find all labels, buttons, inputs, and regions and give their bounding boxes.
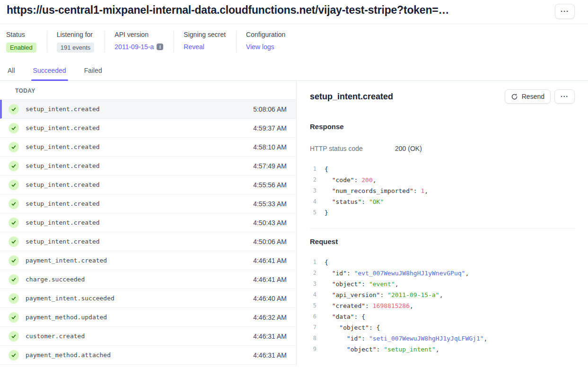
line-number: 1 <box>310 164 316 175</box>
line-number: 7 <box>310 322 316 333</box>
meta-label: Listening for <box>57 31 95 38</box>
tab-failed[interactable]: Failed <box>83 66 103 80</box>
event-row-time: 4:46:31 AM <box>253 333 287 340</box>
reveal-link[interactable]: Reveal <box>184 43 204 51</box>
success-check-icon <box>9 237 19 247</box>
line-number: 9 <box>310 344 316 355</box>
success-check-icon <box>9 123 19 133</box>
code-text: "id": "seti_007WewuJW8hgHJ1yJqLFWGj1", <box>325 333 487 344</box>
meta-link-label: View logs <box>246 43 274 51</box>
success-check-icon <box>9 218 19 228</box>
line-number: 3 <box>310 185 316 196</box>
response-code-line: 4 "status": "OK" <box>310 196 575 207</box>
tab-all[interactable]: All <box>7 66 16 80</box>
page-header: https://us-central1-mixpanel-internal-da… <box>0 0 588 24</box>
event-rows: setup_intent.created5:08:06 AMsetup_inte… <box>0 99 296 365</box>
event-row-name: setup_intent.created <box>26 200 100 207</box>
success-check-icon <box>9 255 19 266</box>
event-detail-header: setup_intent.created Resend ··· <box>310 89 575 104</box>
event-row[interactable]: payment_intent.succeeded4:46:40 AM <box>0 289 296 308</box>
success-check-icon <box>9 161 19 171</box>
content-split: TODAY setup_intent.created5:08:06 AMsetu… <box>0 81 588 365</box>
request-code-block: 1{2 "id": "evt_007WewuJW8hgHJ1yWnevGPuq"… <box>310 257 575 355</box>
event-row-time: 4:46:41 AM <box>253 257 287 264</box>
event-row-name: setup_intent.created <box>26 143 100 150</box>
event-row[interactable]: setup_intent.created4:55:33 AM <box>0 194 296 213</box>
header-overflow-button[interactable]: ··· <box>555 4 575 19</box>
meta-signing-secret: Signing secretReveal <box>174 31 236 53</box>
resend-icon <box>511 93 518 100</box>
event-list-pane: TODAY setup_intent.created5:08:06 AMsetu… <box>0 81 297 365</box>
request-code-line: 9 "object": "setup_intent", <box>310 344 575 355</box>
event-row-name: setup_intent.created <box>26 162 100 169</box>
event-row[interactable]: setup_intent.created4:58:10 AM <box>0 138 296 157</box>
code-text: "id": "evt_007WewuJW8hgHJ1yWnevGPuq", <box>325 268 469 279</box>
meta-label: Configuration <box>246 31 285 38</box>
code-text: "created": 1698815286, <box>325 300 413 311</box>
view-logs-link[interactable]: View logs <box>246 43 274 51</box>
event-row-time: 4:55:33 AM <box>253 200 287 208</box>
code-text: "code": 200, <box>325 175 377 185</box>
http-status-row: HTTP status code 200 (OK) <box>310 145 575 152</box>
code-text: "object": { <box>325 322 380 333</box>
meta-label: Signing secret <box>184 31 226 38</box>
page-title: https://us-central1-mixpanel-internal-da… <box>7 4 449 17</box>
event-row[interactable]: customer.created4:46:31 AM <box>0 327 296 346</box>
event-row-name: setup_intent.created <box>26 181 100 188</box>
event-row[interactable]: setup_intent.created4:55:56 AM <box>0 175 296 194</box>
code-text: { <box>325 257 328 268</box>
event-row-name: setup_intent.created <box>26 238 100 245</box>
success-check-icon <box>9 104 19 114</box>
event-row[interactable]: setup_intent.created4:50:06 AM <box>0 232 296 251</box>
meta-api-version: API version2011-09-15-ai <box>105 31 174 53</box>
line-number: 5 <box>310 207 316 218</box>
event-row[interactable]: setup_intent.created5:08:06 AM <box>0 100 296 119</box>
http-status-value: 200 (OK) <box>395 145 422 152</box>
endpoint-meta-bar: StatusEnabledListening for191 eventsAPI … <box>0 24 588 60</box>
event-row[interactable]: charge.succeeded4:46:41 AM <box>0 270 296 289</box>
event-row[interactable]: payment_method.attached4:46:31 AM <box>0 346 296 365</box>
code-text: "status": "OK" <box>325 196 384 207</box>
line-number: 3 <box>310 279 316 289</box>
event-row-time: 4:50:06 AM <box>253 238 287 245</box>
status-badge: Enabled <box>6 43 36 53</box>
resend-button[interactable]: Resend <box>505 89 551 104</box>
request-code-line: 4 "api_version": "2011-09-15-a", <box>310 289 575 300</box>
code-text: "object": "setup_intent", <box>325 344 439 355</box>
event-row-name: payment_intent.created <box>26 257 107 264</box>
line-number: 4 <box>310 196 316 207</box>
event-row-name: charge.succeeded <box>26 276 85 283</box>
detail-overflow-button[interactable]: ··· <box>554 89 575 104</box>
event-filter-tabs: AllSucceededFailed <box>0 60 588 81</box>
event-detail-pane: setup_intent.created Resend ··· <box>297 81 588 365</box>
event-row-name: payment_intent.succeeded <box>26 295 114 302</box>
event-row-time: 5:08:06 AM <box>253 105 287 113</box>
request-code-line: 7 "object": { <box>310 322 575 333</box>
event-row-name: customer.created <box>26 333 85 340</box>
success-check-icon <box>9 274 19 285</box>
tab-succeeded[interactable]: Succeeded <box>32 66 67 80</box>
request-code-line: 8 "id": "seti_007WewuJW8hgHJ1yJqLFWGj1", <box>310 333 575 344</box>
event-row[interactable]: payment_method.updated4:46:32 AM <box>0 308 296 327</box>
request-code-line: 5 "created": 1698815286, <box>310 300 575 311</box>
event-group-label: TODAY <box>0 81 296 99</box>
event-row[interactable]: setup_intent.created4:50:43 AM <box>0 213 296 232</box>
line-number: 2 <box>310 268 316 279</box>
event-row[interactable]: payment_intent.created4:46:41 AM <box>0 251 296 270</box>
event-row-time: 4:46:41 AM <box>253 276 287 283</box>
request-code-line: 3 "object": "event", <box>310 279 575 289</box>
event-row[interactable]: setup_intent.created4:57:49 AM <box>0 157 296 175</box>
2011-09-15-a-link[interactable]: 2011-09-15-ai <box>114 43 163 51</box>
success-check-icon <box>9 180 19 190</box>
event-row-name: setup_intent.created <box>26 105 100 113</box>
code-text: } <box>325 207 328 218</box>
event-row-time: 4:50:43 AM <box>253 219 287 227</box>
request-code-line: 6 "data": { <box>310 311 575 322</box>
meta-label: API version <box>114 31 163 38</box>
line-number: 1 <box>310 257 316 268</box>
event-row-time: 4:46:32 AM <box>253 314 287 321</box>
code-text: "data": { <box>325 311 365 322</box>
event-row[interactable]: setup_intent.created4:59:37 AM <box>0 119 296 138</box>
event-row-name: setup_intent.created <box>26 124 100 131</box>
event-row-name: payment_method.updated <box>26 314 107 321</box>
